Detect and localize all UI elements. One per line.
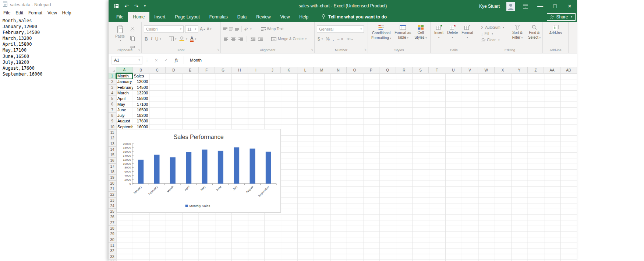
row-header-8[interactable]: 8 [109,113,116,118]
column-header-t[interactable]: T [429,67,445,73]
cell-styles-button[interactable]: Cell Styles ▾ [414,22,427,48]
name-box-dropdown-icon[interactable]: ▾ [138,59,140,62]
bold-button[interactable]: B [145,36,148,42]
column-header-p[interactable]: P [363,67,380,73]
column-header-v[interactable]: V [462,67,478,73]
select-all-corner[interactable] [109,67,116,73]
row-header-14[interactable]: 14 [109,147,116,152]
row-header-18[interactable]: 18 [109,169,116,175]
ribbon-tab-formulas[interactable]: Formulas [205,12,233,22]
row-header-6[interactable]: 6 [109,101,116,107]
column-header-l[interactable]: L [297,67,314,73]
confirm-entry-icon[interactable]: ✓ [164,58,168,63]
share-button[interactable]: Share ▾ [547,13,576,21]
row-header-9[interactable]: 9 [109,118,116,124]
column-header-h[interactable]: H [231,67,248,73]
row-header-28[interactable]: 28 [109,226,116,231]
fill-color-button[interactable]: ▾ [179,36,187,41]
row-header-7[interactable]: 7 [109,107,116,113]
cell-B4[interactable]: 13200 [133,90,149,96]
column-header-j[interactable]: J [264,67,281,73]
notepad-menu-view[interactable]: View [45,10,60,16]
conditional-formatting-button[interactable]: Conditional Formatting ▾ [371,22,391,48]
cell-B7[interactable]: 16500 [133,107,149,113]
redo-icon[interactable]: ↷ [134,4,139,9]
ribbon-display-options-icon[interactable] [518,0,533,12]
row-header-1[interactable]: 1 [109,73,116,79]
italic-button[interactable]: I [151,36,152,42]
row-header-2[interactable]: 2 [109,79,116,84]
align-middle-icon[interactable] [229,27,233,31]
column-header-z[interactable]: Z [528,67,544,73]
row-header-3[interactable]: 3 [109,85,116,90]
accounting-format-button[interactable]: $▾ [318,36,323,42]
underline-button[interactable]: U▾ [155,36,161,42]
font-color-button[interactable]: A▾ [190,36,196,42]
row-header-10[interactable]: 10 [109,124,116,130]
ribbon-tab-page-layout[interactable]: Page Layout [170,12,204,22]
number-dialog-launcher[interactable]: ↘ [364,48,367,51]
minimize-button[interactable]: — [533,0,548,12]
row-header-24[interactable]: 24 [109,203,116,209]
row-header-16[interactable]: 16 [109,158,116,163]
paste-dropdown-icon[interactable]: ▾ [120,39,121,42]
cell-A2[interactable]: January [116,79,133,84]
cell-A6[interactable]: May [116,102,133,107]
column-header-k[interactable]: K [281,67,297,73]
row-header-32[interactable]: 32 [109,248,116,254]
row-header-13[interactable]: 13 [109,141,116,147]
row-header-31[interactable]: 31 [109,243,116,248]
cells-area[interactable]: Sales Performance02000400060008000100001… [116,73,577,261]
row-header-29[interactable]: 29 [109,231,116,237]
column-header-o[interactable]: O [347,67,363,73]
qat-customize-icon[interactable]: ▾ [144,4,146,8]
formula-bar-splitter[interactable]: ⋮ [145,58,149,63]
cell-B10[interactable]: 16000 [133,124,149,130]
notepad-menu-format[interactable]: Format [26,10,45,16]
column-header-aa[interactable]: AA [544,67,560,73]
column-header-y[interactable]: Y [511,67,528,73]
column-header-e[interactable]: E [182,67,199,73]
delete-cells-button[interactable]: Delete ▾ [447,22,458,48]
borders-button[interactable]: ▾ [169,36,177,41]
ribbon-tab-data[interactable]: Data [233,12,251,22]
paste-button[interactable]: Paste ▾ [112,25,128,42]
user-name[interactable]: Kye Stuart [479,4,500,9]
cell-B2[interactable]: 12000 [133,79,149,84]
percent-style-button[interactable]: % [326,36,330,42]
clipboard-dialog-launcher[interactable]: ↘ [138,48,140,51]
formula-bar-input[interactable]: Month [190,58,202,62]
increase-indent-icon[interactable] [258,37,263,41]
ribbon-tab-file[interactable]: File [112,12,128,22]
notepad-menu-file[interactable]: File [1,10,13,16]
column-header-m[interactable]: M [314,67,330,73]
row-header-19[interactable]: 19 [109,175,116,180]
decrease-font-size-button[interactable]: A▼ [207,27,212,31]
close-button[interactable]: × [562,0,577,12]
column-header-x[interactable]: X [495,67,511,73]
cell-B6[interactable]: 17100 [133,102,149,107]
row-header-21[interactable]: 21 [109,186,116,192]
cell-B8[interactable]: 18200 [133,113,149,118]
clear-button[interactable]: Clear▾ [481,37,504,43]
font-name-combo[interactable]: Calibri▾ [144,25,184,33]
row-header-15[interactable]: 15 [109,152,116,158]
format-as-table-button[interactable]: Format as Table ▾ [394,22,411,48]
ribbon-tab-review[interactable]: Review [251,12,275,22]
row-header-12[interactable]: 12 [109,135,116,141]
insert-cells-button[interactable]: Insert ▾ [434,22,443,48]
autosum-button[interactable]: ΣAutoSum▾ [481,24,504,31]
sort-filter-button[interactable]: Sort & Filter ▾ [509,22,526,48]
row-header-34[interactable]: 34 [109,260,116,261]
row-header-30[interactable]: 30 [109,237,116,243]
name-box[interactable]: A1 ▾ [112,56,142,65]
column-header-u[interactable]: U [445,67,462,73]
increase-font-size-button[interactable]: A▲ [200,27,205,32]
column-header-r[interactable]: R [396,67,413,73]
row-header-26[interactable]: 26 [109,214,116,220]
format-cells-button[interactable]: Format ▾ [461,22,473,48]
decrease-decimal-button[interactable]: .00→ [346,37,354,41]
cell-A7[interactable]: June [116,107,133,113]
column-header-c[interactable]: C [149,67,166,73]
copy-button[interactable] [130,36,135,42]
